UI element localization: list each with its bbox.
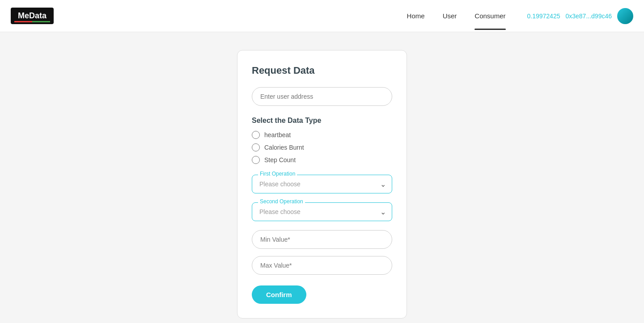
radio-calories-label: Calories Burnt	[264, 144, 304, 151]
data-type-radio-group: heartbeat Calories Burnt Step Count	[252, 131, 392, 164]
nav-right: 0.19972425 0x3e87...d99c46	[527, 8, 634, 24]
radio-steps-label: Step Count	[264, 156, 296, 164]
first-operation-select[interactable]: Please choose Sum Average Count Min Max	[252, 175, 392, 193]
logo[interactable]: MeData	[11, 8, 54, 24]
radio-heartbeat[interactable]: heartbeat	[252, 131, 392, 139]
max-value-input[interactable]	[252, 256, 392, 275]
avatar[interactable]	[617, 8, 633, 24]
confirm-button[interactable]: Confirm	[252, 285, 306, 304]
radio-calories-input[interactable]	[252, 143, 260, 151]
wallet-balance[interactable]: 0.19972425	[527, 13, 560, 20]
second-operation-wrapper: Second Operation Please choose Sum Avera…	[252, 202, 392, 221]
card-title: Request Data	[252, 65, 392, 76]
data-type-label: Select the Data Type	[252, 117, 392, 125]
min-value-input[interactable]	[252, 230, 392, 249]
request-data-card: Request Data Select the Data Type heartb…	[237, 50, 407, 319]
radio-steps-input[interactable]	[252, 156, 260, 164]
wallet-address[interactable]: 0x3e87...d99c46	[565, 13, 612, 20]
nav-user[interactable]: User	[443, 2, 457, 29]
nav-home[interactable]: Home	[407, 2, 425, 29]
main-content: Request Data Select the Data Type heartb…	[0, 32, 644, 323]
second-operation-label: Second Operation	[258, 198, 305, 205]
nav-consumer[interactable]: Consumer	[475, 2, 505, 29]
second-operation-select[interactable]: Please choose Sum Average Count Min Max	[252, 202, 392, 221]
nav-links: Home User Consumer	[407, 2, 506, 29]
radio-calories[interactable]: Calories Burnt	[252, 143, 392, 151]
radio-heartbeat-input[interactable]	[252, 131, 260, 139]
radio-heartbeat-label: heartbeat	[264, 131, 291, 138]
first-operation-wrapper: First Operation Please choose Sum Averag…	[252, 175, 392, 193]
navbar: MeData Home User Consumer 0.19972425 0x3…	[0, 0, 644, 32]
first-operation-label: First Operation	[258, 171, 297, 177]
radio-steps[interactable]: Step Count	[252, 156, 392, 164]
user-address-input[interactable]	[252, 87, 392, 106]
